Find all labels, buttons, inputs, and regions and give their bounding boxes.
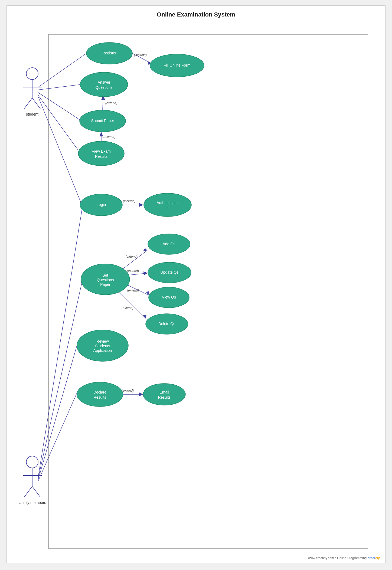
faculty-label: faculty members — [18, 500, 46, 505]
uc-set-q-paper-label3: Paper — [100, 282, 110, 287]
creately-badge: www.creately.com • Online Diagramming cr… — [308, 556, 380, 560]
uc-answer-q — [80, 72, 128, 97]
uc-declare-results-label1: Declare — [93, 390, 106, 394]
faculty-actor-head — [26, 456, 38, 468]
label-extend-setq-delete: (extend) — [122, 306, 133, 310]
student-actor-right-leg — [32, 98, 40, 109]
student-label: student — [26, 112, 38, 116]
uc-view-results-label2: Results — [95, 154, 108, 159]
student-actor-head — [26, 68, 38, 80]
diagram-svg: student faculty members — [7, 21, 385, 562]
line-student-login — [38, 97, 81, 203]
arrow-login-auth — [139, 203, 143, 207]
uc-answer-q-label1: Answer — [98, 80, 110, 84]
faculty-actor-left-leg — [24, 486, 32, 497]
uc-email-results-label2: Results — [158, 395, 171, 399]
line-student-view — [38, 95, 78, 150]
uc-register-label: Register — [102, 51, 116, 55]
uc-add-qs-label: Add Qs — [163, 242, 175, 246]
line-student-submit — [38, 93, 80, 120]
label-extend-declare: (extend) — [122, 389, 134, 392]
faculty-actor-right-leg — [32, 486, 40, 497]
uc-email-results — [143, 384, 185, 405]
uc-review-app-label2: Students — [95, 344, 110, 348]
uc-set-q-paper-label2: Questions — [97, 278, 114, 282]
line-setq-deleteqs — [119, 291, 146, 319]
uc-login-label: Login — [97, 202, 106, 207]
label-extend-view: (extend) — [103, 135, 115, 139]
arrow-declare-email — [139, 392, 143, 396]
diagram-title: Online Examination System — [7, 6, 385, 21]
label-extend-submit: (extend) — [105, 101, 117, 105]
creately-url: www.creately.com • Online Diagramming — [308, 556, 367, 560]
label-include-login: (include) — [123, 199, 135, 203]
line-faculty-login — [38, 208, 82, 477]
label-extend-setq-add: (extend) — [126, 255, 138, 258]
uc-update-qs-label: Update Qs — [161, 270, 179, 274]
line-student-register — [38, 53, 86, 87]
arrow-setq-updateqs — [143, 271, 148, 275]
line-faculty-declare — [38, 393, 77, 481]
line-faculty-setq — [38, 281, 82, 478]
label-extend-setq-update: (extend) — [127, 269, 139, 273]
uc-declare-results — [77, 382, 123, 407]
diagram-area: student faculty members — [7, 21, 385, 562]
arrow-extend-view — [99, 132, 103, 136]
uc-review-app-label3: Application — [93, 348, 112, 353]
uc-view-results — [78, 141, 124, 166]
uc-auth-label2: n — [166, 206, 169, 210]
line-faculty-review — [38, 346, 77, 480]
arrow-setq-deleteqs — [143, 315, 146, 319]
uc-view-qs-label: View Qs — [162, 295, 176, 299]
uc-set-q-paper-label1: Set — [102, 273, 108, 277]
uc-declare-results-label2: Results — [94, 395, 106, 399]
uc-view-results-label1: View Exam — [92, 149, 111, 153]
creately-brand-create: creat — [368, 556, 375, 560]
label-extend-setq-view: (extend) — [127, 289, 139, 292]
uc-delete-qs-label: Delete Qs — [158, 322, 175, 326]
line-student-answer — [38, 84, 81, 90]
creately-brand-ly: ely — [375, 556, 380, 560]
label-include-register: (include) — [134, 53, 147, 57]
line-setq-addqs — [122, 250, 147, 270]
uc-answer-q-label2: Questions — [95, 85, 112, 90]
uc-fill-form-label: Fill Online Form — [164, 63, 191, 67]
uc-review-app-label1: Review — [96, 339, 109, 343]
uc-auth — [144, 193, 191, 217]
uc-auth-label1: Authenticatio — [157, 201, 179, 205]
student-actor-left-leg — [24, 98, 32, 109]
uc-submit-paper-label: Submit Paper — [91, 119, 114, 123]
page-container: Online Examination System student — [6, 5, 386, 563]
uc-email-results-label1: Email — [159, 390, 169, 394]
